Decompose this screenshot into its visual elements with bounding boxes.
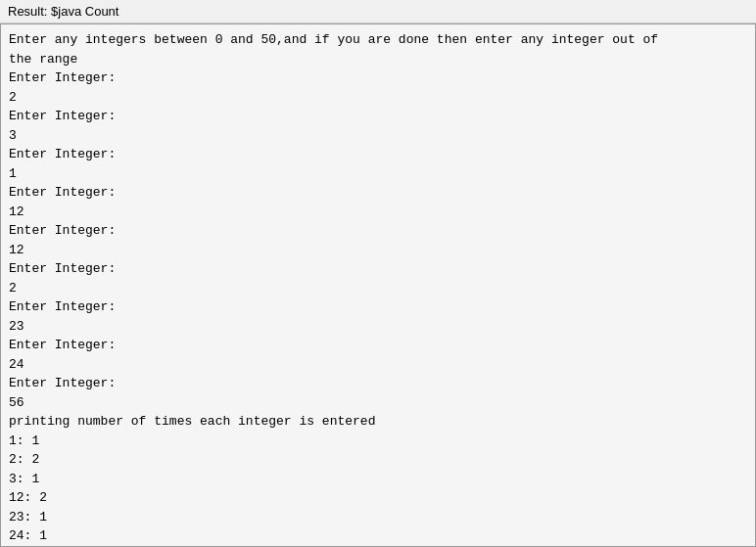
title-text: Result: $java Count — [8, 4, 118, 19]
title-bar: Result: $java Count — [0, 0, 756, 23]
terminal-output: Enter any integers between 0 and 50,and … — [1, 24, 755, 546]
terminal-container: Enter any integers between 0 and 50,and … — [0, 23, 756, 547]
